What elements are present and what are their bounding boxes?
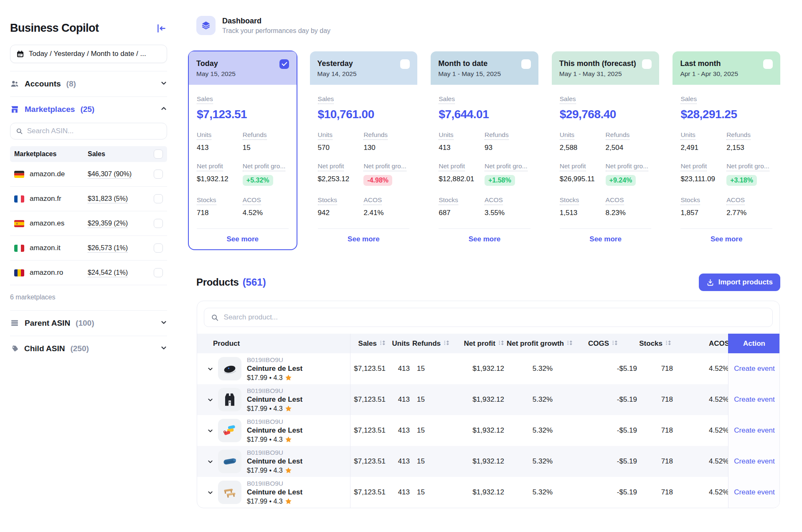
expand-row-button[interactable] (204, 428, 216, 434)
sales-label: Sales (318, 95, 334, 104)
marketplaces-label: Marketplaces (25, 105, 75, 114)
period-checkbox[interactable] (279, 59, 289, 69)
marketplace-row[interactable]: amazon.fr $31,823 (5%) (10, 187, 167, 211)
period-card-this-month-forecast[interactable]: This month (forecast) May 1 - May 31, 20… (551, 51, 660, 250)
sales-label: Sales (439, 95, 455, 104)
cell-net-profit-growth: 5.32% (504, 426, 553, 435)
net-profit-value: $1,932.12 (197, 175, 228, 183)
expand-row-button[interactable] (204, 489, 216, 496)
cell-net-profit-growth: 5.32% (504, 488, 553, 497)
product-name: Ceinture de Lest (247, 365, 302, 373)
sales-value: $29,768.40 (560, 108, 652, 121)
sort-icon[interactable] (612, 339, 618, 348)
accounts-label: Accounts (25, 79, 61, 89)
period-checkbox[interactable] (400, 59, 410, 69)
stocks-value: 1,513 (560, 209, 578, 217)
sort-icon[interactable] (665, 339, 671, 348)
period-checkbox[interactable] (763, 59, 773, 69)
refunds-value: 2,153 (726, 144, 744, 152)
collapse-sidebar-icon (156, 23, 167, 34)
net-profit-growth-badge: +5.32% (243, 175, 273, 186)
period-card-today[interactable]: Today May 15, 2025 Sales $7,123.51 Units… (188, 51, 297, 250)
sidebar-item-marketplaces[interactable]: Marketplaces (25) (10, 96, 167, 122)
acos-value: 2.77% (726, 209, 746, 217)
net-profit-growth-label: Net profit gro... (485, 162, 528, 171)
net-profit-label: Net profit (680, 162, 707, 171)
see-more-link[interactable]: See more (589, 235, 622, 243)
period-card-yesterday[interactable]: Yesterday May 14, 2025 Sales $10,761.00 … (309, 51, 419, 250)
flag-spain-icon (14, 220, 24, 227)
cell-stocks: 718 (637, 426, 673, 435)
expand-row-button[interactable] (204, 397, 216, 403)
search-product-input[interactable] (224, 313, 766, 322)
date-range-selector[interactable]: Today / Yesterday / Month to date / ... (10, 45, 167, 63)
net-profit-growth-badge: +3.18% (726, 175, 757, 186)
marketplace-checkbox[interactable] (154, 268, 163, 277)
period-card-month-to-date[interactable]: Month to date May 1 - May 15, 2025 Sales… (430, 51, 539, 250)
expand-row-button[interactable] (204, 459, 216, 465)
expand-row-button[interactable] (204, 366, 216, 372)
period-range: May 15, 2025 (196, 70, 236, 78)
cell-sales: $7,123.51 (350, 488, 386, 497)
create-event-link[interactable]: Create event (734, 457, 774, 466)
products-count: (561) (243, 276, 266, 288)
net-profit-growth-label: Net profit gro... (726, 162, 769, 171)
import-products-button[interactable]: Import products (699, 274, 780, 291)
sort-icon[interactable] (380, 339, 386, 348)
products-table-header: Product Sales Units Refunds Net profit N… (197, 334, 779, 353)
select-all-checkbox[interactable] (154, 149, 163, 159)
sidebar-item-accounts[interactable]: Accounts (8) (10, 71, 167, 96)
col-header-sales: Sales (350, 339, 386, 348)
product-asin: B019IIBO9U (247, 418, 302, 426)
see-more-link[interactable]: See more (469, 235, 501, 243)
create-event-link[interactable]: Create event (734, 365, 774, 373)
marketplace-row[interactable]: amazon.es $29,359 (2%) (10, 211, 167, 236)
marketplace-sales: $24,542 (1%) (88, 269, 128, 277)
refunds-value: 93 (485, 144, 492, 152)
stocks-value: 687 (439, 209, 450, 217)
marketplace-sales: $46,307 (90%) (88, 170, 132, 179)
stocks-label: Stocks (197, 196, 216, 205)
col-header-product: Product (197, 334, 350, 353)
marketplace-row[interactable]: amazon.it $26,573 (1%) (10, 236, 167, 261)
units-value: 413 (197, 144, 208, 152)
units-label: Units (197, 131, 211, 140)
see-more-link[interactable]: See more (227, 235, 259, 243)
search-asin-input[interactable] (27, 127, 161, 135)
col-header-cogs: COGS (553, 339, 637, 348)
create-event-link[interactable]: Create event (734, 426, 774, 435)
product-name: Ceinture de Lest (247, 457, 302, 466)
create-event-link[interactable]: Create event (734, 395, 774, 404)
col-header-stocks: Stocks (637, 339, 673, 348)
sidebar: Business Copilot Today / Yesterday / Mon… (0, 0, 177, 532)
period-range: Apr 1 - Apr 30, 2025 (680, 70, 738, 78)
see-more-link[interactable]: See more (348, 235, 380, 243)
period-checkbox[interactable] (521, 59, 531, 69)
col-header-net-profit-growth: Net profit growth (504, 339, 553, 348)
cell-cogs: -$5.19 (553, 488, 637, 497)
create-event-link[interactable]: Create event (734, 488, 774, 497)
see-more-link[interactable]: See more (711, 235, 743, 243)
marketplace-checkbox[interactable] (154, 170, 163, 179)
search-asin-box[interactable] (10, 123, 167, 139)
cell-refunds: 15 (410, 488, 425, 497)
refunds-label: Refunds (243, 131, 267, 140)
marketplace-checkbox[interactable] (154, 243, 163, 253)
period-checkbox[interactable] (642, 59, 652, 69)
marketplace-row[interactable]: amazon.de $46,307 (90%) (10, 162, 167, 187)
period-card-last-month[interactable]: Last month Apr 1 - Apr 30, 2025 Sales $2… (672, 51, 781, 250)
cell-refunds: 15 (410, 395, 425, 404)
marketplace-checkbox[interactable] (154, 194, 163, 203)
marketplace-checkbox[interactable] (154, 219, 163, 228)
sidebar-item-child-asin[interactable]: Child ASIN (250) (10, 336, 167, 361)
sort-icon[interactable] (498, 339, 504, 348)
marketplace-name: amazon.it (30, 244, 88, 252)
products-header: Products (561) Import products (188, 274, 781, 291)
sidebar-item-parent-asin[interactable]: Parent ASIN (100) (10, 310, 167, 336)
product-row: B019IIBO9U Ceinture de Lest $17.99 • 4.3… (197, 415, 779, 446)
calendar-icon (16, 50, 24, 58)
search-product-box[interactable] (204, 308, 773, 327)
marketplace-row[interactable]: amazon.ro $24,542 (1%) (10, 261, 167, 285)
product-price-rating: $17.99 • 4.3 (247, 467, 283, 474)
collapse-sidebar-button[interactable] (155, 23, 167, 34)
